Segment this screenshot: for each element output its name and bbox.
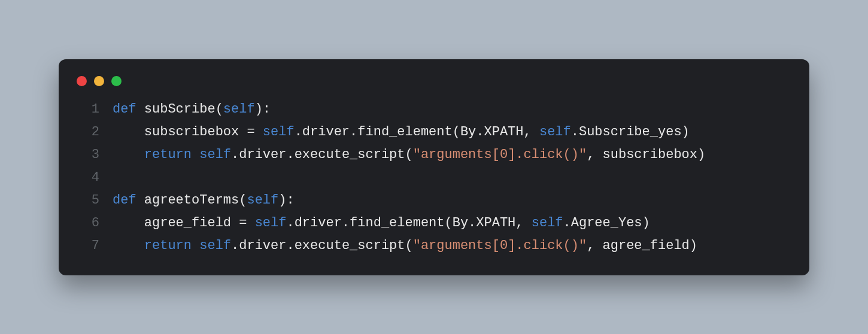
line-content: return self.driver.execute_script("argum… bbox=[113, 144, 705, 166]
line-number: 5 bbox=[75, 189, 99, 212]
code-token: self bbox=[255, 215, 287, 230]
code-token: .driver.find_element(By.XPATH, bbox=[295, 125, 539, 139]
code-token bbox=[113, 238, 144, 253]
zoom-icon[interactable] bbox=[111, 76, 122, 86]
code-token bbox=[113, 147, 144, 162]
line-number: 6 bbox=[75, 212, 99, 235]
line-content: def subScribe(self): bbox=[113, 98, 271, 121]
line-content: return self.driver.execute_script("argum… bbox=[113, 235, 697, 257]
code-token: agree_field = bbox=[113, 215, 255, 230]
code-token: ): bbox=[278, 193, 294, 208]
code-block: 1def subScribe(self):2 subscribebox = se… bbox=[75, 98, 793, 257]
code-token: subscribebox = bbox=[113, 125, 263, 139]
line-content: subscribebox = self.driver.find_element(… bbox=[113, 121, 690, 144]
code-token: return bbox=[144, 238, 192, 253]
line-number: 3 bbox=[75, 144, 99, 166]
code-token: def bbox=[113, 102, 136, 117]
code-token: .Agree_Yes) bbox=[563, 215, 650, 230]
line-content: agree_field = self.driver.find_element(B… bbox=[113, 212, 650, 235]
code-token bbox=[136, 193, 144, 208]
code-token bbox=[192, 147, 199, 162]
line-number: 2 bbox=[75, 121, 99, 144]
code-card: 1def subScribe(self):2 subscribebox = se… bbox=[59, 59, 809, 275]
code-token: def bbox=[113, 193, 136, 208]
code-token: .driver.find_element(By.XPATH, bbox=[286, 215, 531, 230]
code-token: ( bbox=[239, 193, 247, 208]
code-token: self bbox=[539, 125, 571, 139]
code-token: , subscribebox) bbox=[587, 147, 705, 162]
code-line: 1def subScribe(self): bbox=[75, 98, 793, 121]
code-token: .Subscribe_yes) bbox=[571, 125, 690, 139]
code-token: self bbox=[199, 147, 231, 162]
code-token: .driver.execute_script( bbox=[231, 147, 413, 162]
code-token: self bbox=[532, 215, 563, 230]
line-number: 4 bbox=[75, 166, 99, 189]
code-token: subScribe bbox=[144, 102, 216, 117]
code-line: 3 return self.driver.execute_script("arg… bbox=[75, 144, 793, 166]
code-token: return bbox=[144, 147, 192, 162]
close-icon[interactable] bbox=[77, 76, 87, 86]
code-token: ): bbox=[255, 102, 271, 117]
code-line: 7 return self.driver.execute_script("arg… bbox=[75, 235, 793, 257]
window-titlebar bbox=[75, 74, 793, 98]
code-token: , agree_field) bbox=[587, 238, 697, 253]
line-content: def agreetoTerms(self): bbox=[113, 189, 295, 212]
code-token: "arguments[0].click()" bbox=[413, 238, 587, 253]
code-token: self bbox=[223, 102, 255, 117]
code-line: 4 bbox=[75, 166, 793, 189]
code-line: 5def agreetoTerms(self): bbox=[75, 189, 793, 212]
line-number: 1 bbox=[75, 98, 99, 121]
line-number: 7 bbox=[75, 235, 99, 257]
code-token: self bbox=[247, 193, 278, 208]
code-token bbox=[136, 102, 144, 117]
code-token: ( bbox=[216, 102, 223, 117]
code-token bbox=[192, 238, 199, 253]
code-token: self bbox=[263, 125, 295, 139]
minimize-icon[interactable] bbox=[94, 76, 104, 86]
code-token: .driver.execute_script( bbox=[231, 238, 413, 253]
code-line: 2 subscribebox = self.driver.find_elemen… bbox=[75, 121, 793, 144]
code-token: "arguments[0].click()" bbox=[413, 147, 587, 162]
code-line: 6 agree_field = self.driver.find_element… bbox=[75, 212, 793, 235]
code-token: self bbox=[199, 238, 231, 253]
code-token: agreetoTerms bbox=[144, 193, 239, 208]
